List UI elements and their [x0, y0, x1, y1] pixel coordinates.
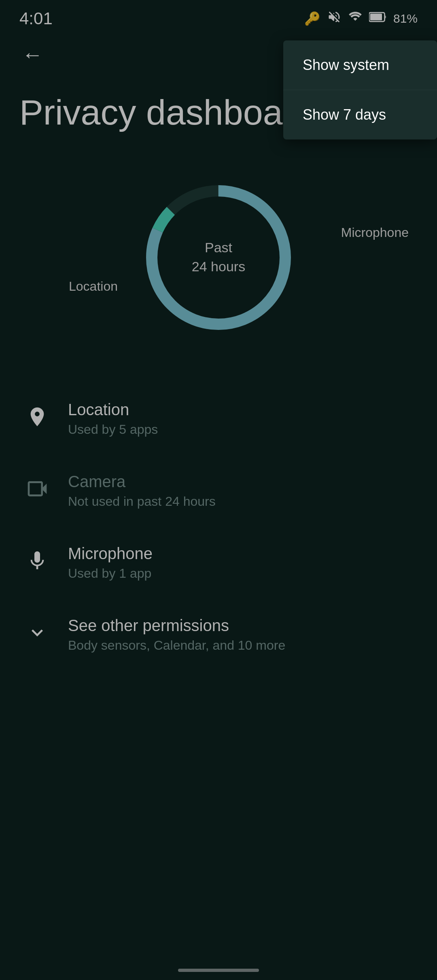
show-system-item[interactable]: Show system	[283, 40, 437, 90]
dropdown-overlay[interactable]	[0, 0, 437, 980]
show-7-days-item[interactable]: Show 7 days	[283, 90, 437, 139]
dropdown-menu: Show system Show 7 days	[283, 40, 437, 139]
